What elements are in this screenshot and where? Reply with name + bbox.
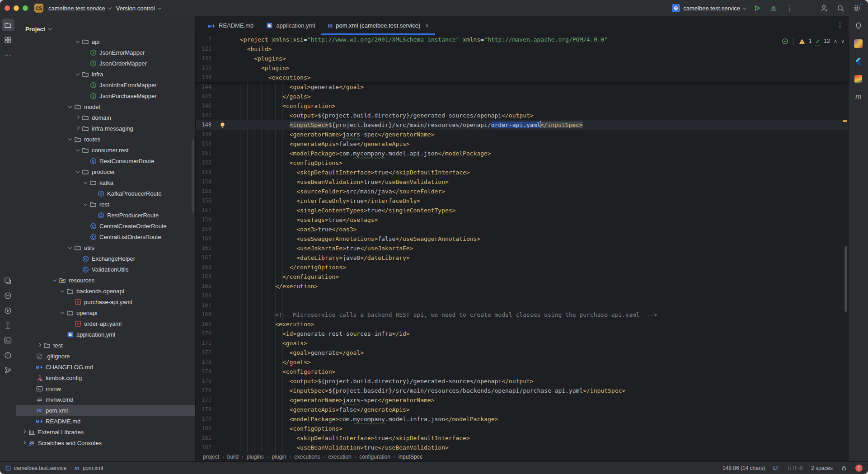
code-line-160[interactable]: 160 <useSwaggerAnnotations>false</useSwa… <box>196 234 848 244</box>
line-number[interactable]: 150 <box>196 139 211 149</box>
debug-button[interactable] <box>769 3 779 13</box>
chevron-down-icon[interactable] <box>58 312 66 314</box>
chevron-down-icon[interactable] <box>58 291 66 292</box>
chevron-down-icon[interactable] <box>74 41 81 42</box>
line-number[interactable]: 159 <box>196 225 211 234</box>
prev-problem-icon[interactable]: ∧ <box>834 38 837 44</box>
tree-item-routes[interactable]: routes <box>16 134 195 145</box>
tree-item-scratches-and-consoles[interactable]: Scratches and Consoles <box>16 437 195 448</box>
tree-item-openapi[interactable]: openapi <box>16 307 195 318</box>
line-number[interactable]: 164 <box>196 272 211 282</box>
code-line-155[interactable]: 155 <sourceFolder>src/main/java</sourceF… <box>196 187 848 196</box>
services-tool-button[interactable] <box>2 304 14 317</box>
line-number[interactable]: 157 <box>196 206 211 215</box>
code-line-153[interactable]: 153 <skipDefaultInterface>true</skipDefa… <box>196 168 848 177</box>
tree-item-rest[interactable]: rest <box>16 199 195 210</box>
tree-item-restconsumerroute[interactable]: CRestConsumerRoute <box>16 155 195 166</box>
tree-item-application-yml[interactable]: application.yml <box>16 329 195 340</box>
tree-item-kafka[interactable]: kafka <box>16 177 195 188</box>
line-number[interactable]: 139 <box>196 73 211 82</box>
chevron-down-icon[interactable] <box>74 171 81 173</box>
code-line-177[interactable]: 177 <generatorName>jaxrs-spec</generator… <box>196 395 848 405</box>
tree-item-infra-messaging[interactable]: infra.messaging <box>16 123 195 134</box>
code-line-163[interactable]: 163 </configOptions> <box>196 263 848 272</box>
line-number[interactable]: 158 <box>196 215 211 225</box>
plugin-tool-button-1[interactable] <box>854 38 863 48</box>
code-line-178[interactable]: 178 <generateApis>false</generateApis> <box>196 405 848 414</box>
line-number[interactable]: 170 <box>196 329 211 338</box>
line-number[interactable]: 123 <box>196 44 211 54</box>
line-number[interactable]: 168 <box>196 310 211 319</box>
code-line-173[interactable]: 173 </goals> <box>196 357 848 367</box>
warning-icon[interactable] <box>799 38 805 44</box>
line-separator[interactable]: LF <box>773 465 779 471</box>
search-everywhere-button[interactable] <box>835 3 845 13</box>
tree-item-model[interactable]: model <box>16 101 195 112</box>
chevron-right-icon[interactable] <box>20 442 28 444</box>
chevron-down-icon[interactable] <box>66 106 74 108</box>
tree-item-resources[interactable]: resources <box>16 275 195 286</box>
line-number[interactable]: 145 <box>196 92 211 101</box>
status-file[interactable]: pom.xml <box>83 465 103 471</box>
code-line-175[interactable]: 175 <output>${project.build.directory}/g… <box>196 376 848 386</box>
tree-item-external-libraries[interactable]: External Libraries <box>16 427 195 437</box>
line-number[interactable]: 133 <box>196 54 211 63</box>
breadcrumb-build[interactable]: build <box>227 454 239 460</box>
code-line-146[interactable]: 146 <configuration> <box>196 101 848 111</box>
code-line-139[interactable]: 139 <executions> <box>196 73 848 82</box>
tab-pom-xml-camelbee-test-service[interactable]: mpom.xml (camelbee.test.service)× <box>321 16 435 35</box>
minimize-window-icon[interactable] <box>14 5 19 11</box>
notifications-button[interactable] <box>854 21 863 31</box>
line-number[interactable]: 154 <box>196 177 211 187</box>
code-line-156[interactable]: 156 <interfaceOnly>true</interfaceOnly> <box>196 196 848 206</box>
code-line-165[interactable]: 165 </execution> <box>196 282 848 291</box>
line-number[interactable]: 173 <box>196 357 211 367</box>
intention-bulb-icon[interactable] <box>220 122 225 128</box>
editor-scrollbar[interactable] <box>845 246 847 312</box>
layers-tool-button[interactable] <box>2 274 14 287</box>
settings-button[interactable] <box>852 3 862 13</box>
passed-count[interactable]: 12 <box>824 38 830 44</box>
maven-tool-button[interactable]: m <box>854 91 863 101</box>
code-line-151[interactable]: 151 <modelPackage>com.mycompany.model.ap… <box>196 149 848 158</box>
tree-item-readme-md[interactable]: MREADME.md <box>16 416 195 427</box>
breadcrumb-inputspec[interactable]: inputSpec <box>399 454 422 460</box>
tree-item-centralcreateorderroute[interactable]: CCentralCreateOrderRoute <box>16 221 195 231</box>
tab-readme-md[interactable]: MREADME.md <box>202 16 260 35</box>
line-number[interactable]: 172 <box>196 348 211 357</box>
problems-tool-button[interactable] <box>2 349 14 361</box>
breadcrumb-configuration[interactable]: configuration <box>359 454 390 460</box>
breadcrumb-plugin[interactable]: plugin <box>272 454 286 460</box>
line-number[interactable]: 163 <box>196 263 211 272</box>
tree-item-domain[interactable]: domain <box>16 112 195 123</box>
chevron-down-icon[interactable] <box>74 74 81 75</box>
tree-scrollbar[interactable] <box>192 140 194 212</box>
tree-item-consumer-rest[interactable]: consumer.rest <box>16 145 195 155</box>
chevron-right-icon[interactable] <box>35 345 43 346</box>
vcs-tool-button[interactable] <box>2 364 14 376</box>
line-number[interactable]: 182 <box>196 443 211 452</box>
indent-setting[interactable]: 2 spaces <box>811 465 833 471</box>
line-number[interactable]: 179 <box>196 414 211 424</box>
line-number[interactable]: 2 <box>196 35 211 44</box>
warning-count[interactable]: 1 <box>809 38 812 44</box>
fatal-error-badge[interactable]: ! <box>855 465 863 472</box>
code-line-161[interactable]: 161 <useJakartaEe>true</useJakartaEe> <box>196 244 848 253</box>
line-number[interactable]: 146 <box>196 101 211 111</box>
run-configuration-selector[interactable]: camelbee.test.service <box>672 4 746 12</box>
tree-item-producer[interactable]: producer <box>16 166 195 177</box>
plugin-tool-button-3[interactable] <box>854 74 863 84</box>
line-number[interactable]: 148 <box>196 120 211 130</box>
code-line-166[interactable]: 166 <box>196 291 848 300</box>
code-line-174[interactable]: 174 <configuration> <box>196 367 848 376</box>
line-number[interactable]: 177 <box>196 395 211 405</box>
chevron-right-icon[interactable] <box>74 117 81 118</box>
more-actions-button[interactable]: ⋮ <box>785 3 795 13</box>
column-tool-button[interactable] <box>2 319 14 332</box>
code-line-148[interactable]: 148 <inputSpec>${project.basedir}/src/ma… <box>196 120 848 130</box>
vcs-menu[interactable]: Version control <box>116 5 161 12</box>
project-panel-header[interactable]: Project <box>16 16 195 36</box>
code-line-145[interactable]: 145 </goals> <box>196 92 848 101</box>
chevron-down-icon[interactable] <box>66 139 74 140</box>
tree-item-utils[interactable]: utils <box>16 242 195 253</box>
